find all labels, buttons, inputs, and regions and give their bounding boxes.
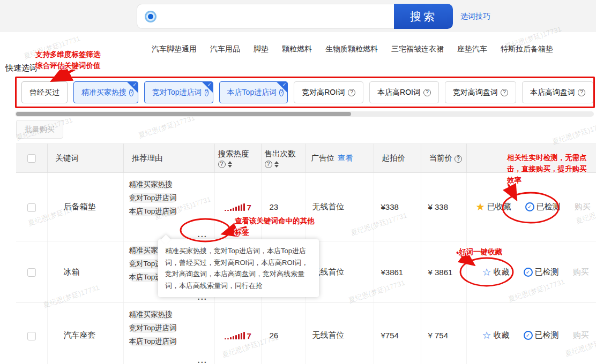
- reason-cell: 精准买家热搜 竞对Top进店词 本店Top进店词 ...: [123, 303, 214, 364]
- reason-cell: 精准买家热搜 竞对Top进店词 本店Top进店词 ...: [123, 173, 214, 241]
- checked-status: 已检测: [525, 202, 561, 212]
- more-tags-ellipsis[interactable]: ...: [198, 355, 208, 364]
- star-filled-icon: [476, 202, 485, 212]
- filter-bought-before[interactable]: 曾经买过: [21, 81, 68, 103]
- reason-tag: 精准买家热搜: [129, 310, 173, 320]
- reason-tag: 竞对Top进店词: [129, 193, 177, 203]
- filter-button-row: 曾经买过 精准买家热搜 竞对Top进店词 本店Top进店词 竞对高ROI词 本店…: [15, 77, 595, 108]
- filter-shop-high-inquiry-words[interactable]: 本店高询盘词: [522, 81, 593, 103]
- check-circle-icon: [524, 331, 533, 340]
- category-tag[interactable]: 座垫汽车: [457, 44, 487, 54]
- horizontal-scrollbar-thumb[interactable]: [16, 112, 351, 116]
- row-checkbox[interactable]: [27, 332, 36, 340]
- annotation-check-tip: 相关性实时检测，无需点击，直接购买，提升购买效率: [507, 153, 587, 186]
- category-tag[interactable]: 生物质颗粒燃料: [325, 44, 378, 54]
- category-tag[interactable]: 颗粒燃料: [282, 44, 312, 54]
- reason-tag: 本店Top进店词: [129, 207, 177, 216]
- star-outline-icon: [482, 330, 491, 340]
- header-reason: 推荐理由: [123, 144, 214, 173]
- check-circle-icon: [525, 202, 534, 211]
- row-checkbox[interactable]: [27, 203, 36, 212]
- heat-bars-icon: 7: [225, 203, 261, 211]
- annotation-favorite-tip: 好词一键收藏: [459, 247, 502, 258]
- view-ad-slot-link[interactable]: 查看: [338, 154, 353, 162]
- header-keyword: 关键词: [47, 144, 123, 173]
- filter-precise-buyer-hot-search[interactable]: 精准买家热搜: [73, 81, 138, 103]
- category-tag[interactable]: 汽车用品: [210, 44, 240, 54]
- category-tag[interactable]: 三宅褶皱连衣裙: [391, 44, 444, 54]
- ad-slot-cell: 无线首位: [306, 303, 374, 364]
- keyword-cell: 汽车座套: [47, 303, 123, 364]
- buy-button[interactable]: 购买: [573, 330, 589, 340]
- check-icon: [207, 82, 212, 87]
- filter-competitor-top-entry-words[interactable]: 竞对Top进店词: [144, 81, 213, 103]
- start-price-cell: ¥754: [374, 303, 421, 364]
- annotation-filter-tip: 支持多维度标签筛选 综合评估关键词价值: [35, 49, 101, 72]
- filter-competitor-high-roi-words[interactable]: 竞对高ROI词: [294, 81, 363, 103]
- heat-cell: 7: [214, 303, 261, 364]
- search-bar: 搜索 选词技巧: [137, 4, 490, 29]
- start-price-cell: ¥338: [374, 173, 421, 241]
- help-icon[interactable]: [455, 155, 462, 163]
- filter-competitor-high-inquiry-words[interactable]: 竞对高询盘词: [445, 81, 516, 103]
- quick-select-label: 快速选词: [5, 63, 38, 73]
- header-search-heat: 搜索热度: [214, 144, 261, 173]
- sold-cell: 26: [261, 303, 306, 364]
- header-current-price: 当前价: [421, 144, 466, 173]
- help-icon[interactable]: [423, 89, 431, 96]
- category-tag[interactable]: 特斯拉后备箱垫: [501, 44, 553, 54]
- table-row: 汽车座套 精准买家热搜 竞对Top进店词 本店Top进店词 ...: [16, 303, 596, 364]
- search-button[interactable]: 搜索: [394, 4, 453, 29]
- help-icon[interactable]: [218, 161, 226, 168]
- keyword-cell: 后备箱垫: [47, 173, 123, 241]
- reason-tag: 本店Top进店词: [129, 337, 177, 346]
- horizontal-scrollbar-track[interactable]: [15, 111, 594, 117]
- sort-icon[interactable]: [274, 161, 279, 168]
- row-checkbox[interactable]: [27, 268, 36, 277]
- more-tags-ellipsis[interactable]: ...: [198, 230, 208, 239]
- category-tag[interactable]: 脚垫: [254, 44, 269, 54]
- actions-cell: 收藏 已检测 购买: [466, 303, 596, 364]
- header-ad-slot: 广告位查看: [306, 144, 374, 173]
- check-circle-icon: [524, 268, 533, 277]
- keyword-tool-page: 夏纪恩(梦廷)17731 夏纪恩(梦廷)17731 夏纪恩(梦廷)17731 夏…: [0, 0, 596, 364]
- category-tags-row: 汽车脚垫通用 汽车用品 脚垫 颗粒燃料 生物质颗粒燃料 三宅褶皱连衣裙 座垫汽车…: [152, 44, 553, 54]
- reason-tag: 精准买家热搜: [129, 180, 173, 189]
- select-all-checkbox[interactable]: [27, 154, 36, 163]
- checked-status: 已检测: [524, 330, 559, 340]
- help-icon[interactable]: [348, 89, 355, 96]
- current-price-cell: ¥ 754: [421, 303, 466, 364]
- help-icon[interactable]: [265, 161, 272, 168]
- bulk-buy-button[interactable]: 批量购买: [16, 120, 63, 139]
- favorite-button[interactable]: 收藏: [482, 330, 510, 340]
- header-sold-count: 售出次数: [261, 144, 306, 173]
- ad-slot-cell: 无线首位: [306, 173, 374, 241]
- reason-tag: 竞对Top进店词: [129, 323, 177, 333]
- buy-button[interactable]: 购买: [573, 267, 589, 277]
- filter-shop-high-roi-words[interactable]: 本店高ROI词: [369, 81, 439, 103]
- word-selection-tips-link[interactable]: 选词技巧: [460, 12, 490, 21]
- watermark: 夏纪恩(梦廷)17731: [137, 113, 196, 140]
- start-price-cell: ¥3861: [374, 241, 421, 303]
- check-icon: [132, 82, 137, 87]
- watermark: 夏纪恩(梦廷)17731: [551, 119, 596, 147]
- category-tag[interactable]: 汽车脚垫通用: [152, 44, 197, 54]
- checked-status: 已检测: [524, 267, 559, 277]
- star-outline-icon: [482, 267, 491, 277]
- buy-button[interactable]: 购买: [575, 202, 591, 212]
- check-icon: [282, 82, 287, 87]
- help-icon[interactable]: [578, 89, 585, 96]
- favorited-button[interactable]: 已收藏: [476, 202, 511, 212]
- heat-bars-icon: 7: [225, 332, 261, 339]
- current-price-cell: ¥ 338: [421, 173, 466, 241]
- keyword-cell: 冰箱: [47, 241, 123, 303]
- search-input[interactable]: [137, 4, 394, 29]
- sort-icon[interactable]: [228, 161, 232, 168]
- favorite-button[interactable]: 收藏: [482, 267, 510, 277]
- hit-tags-tooltip: 精准买家热搜，竞对Top进店词，本店Top进店词，曾经买过，竞对高ROI词，本店…: [158, 239, 319, 297]
- filter-shop-top-entry-words[interactable]: 本店Top进店词: [219, 81, 288, 103]
- loading-icon: [145, 11, 157, 22]
- annotation-tags-tip: 查看该关键词命中的其他标签: [235, 216, 315, 238]
- help-icon[interactable]: [501, 89, 508, 96]
- header-start-price: 起拍价: [374, 144, 421, 173]
